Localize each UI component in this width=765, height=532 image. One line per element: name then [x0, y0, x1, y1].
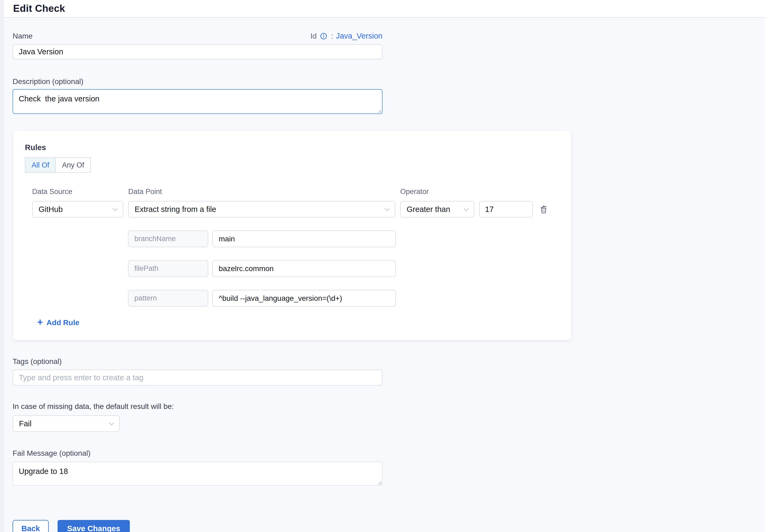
edit-check-page: Edit Check Name Id : Java_Version Descr: [0, 0, 765, 532]
form-actions: Back Save Changes: [13, 520, 765, 532]
save-changes-button[interactable]: Save Changes: [58, 520, 130, 532]
data-point-select[interactable]: Extract string from a file: [128, 201, 395, 218]
param-value-input[interactable]: [212, 260, 396, 277]
any-of-button[interactable]: Any Of: [55, 157, 91, 173]
id-value-link[interactable]: Java_Version: [336, 32, 382, 40]
chevron-down-icon: [113, 206, 118, 211]
page-title: Edit Check: [13, 3, 65, 14]
trash-icon: [539, 204, 548, 214]
param-key-input: [128, 290, 208, 307]
info-icon[interactable]: [319, 32, 328, 40]
rules-match-toggle: All Of Any Of: [25, 157, 559, 173]
param-row: [128, 260, 559, 277]
name-input[interactable]: [13, 44, 382, 59]
delete-rule-button[interactable]: [538, 201, 549, 218]
param-key-input: [128, 260, 208, 277]
rule-params: [128, 231, 559, 307]
default-result-select[interactable]: Fail: [13, 415, 120, 432]
name-label: Name: [13, 32, 33, 40]
description-textarea[interactable]: [13, 89, 382, 114]
param-value-input[interactable]: [212, 290, 396, 307]
rules-card: Rules All Of Any Of Data Source Data Poi…: [13, 131, 571, 340]
rules-title: Rules: [25, 143, 559, 152]
rule-labels-row: Data Source Data Point Operator: [32, 188, 559, 196]
page-header: Edit Check: [0, 0, 765, 18]
form-content: Name Id : Java_Version Description (opti…: [0, 32, 765, 532]
tags-input[interactable]: [13, 369, 382, 386]
chevron-down-icon: [384, 206, 389, 211]
id-label: Id: [311, 32, 317, 40]
operand-input[interactable]: [479, 201, 533, 218]
data-point-label: Data Point: [128, 188, 395, 196]
name-id-row: Name Id : Java_Version: [13, 32, 382, 40]
tags-label: Tags (optional): [13, 357, 765, 366]
back-button[interactable]: Back: [13, 520, 49, 532]
param-row: [128, 231, 559, 247]
id-colon: :: [331, 32, 333, 40]
fail-message-wrap: [13, 462, 382, 486]
operator-label: Operator: [400, 188, 474, 196]
param-key-input: [128, 231, 208, 247]
add-rule-button[interactable]: + Add Rule: [37, 318, 80, 327]
data-source-label: Data Source: [32, 188, 123, 196]
all-of-button[interactable]: All Of: [25, 157, 56, 173]
missing-data-label: In case of missing data, the default res…: [13, 402, 765, 411]
chevron-down-icon: [109, 420, 114, 425]
operator-select[interactable]: Greater than: [400, 201, 474, 218]
param-value-input[interactable]: [212, 231, 396, 247]
left-edge-strip: [0, 0, 4, 532]
fail-message-label: Fail Message (optional): [13, 449, 765, 458]
rule-row: Data Source Data Point Operator GitHub E…: [32, 188, 559, 327]
data-source-select[interactable]: GitHub: [32, 201, 123, 218]
fail-message-textarea[interactable]: [13, 462, 382, 486]
param-row: [128, 290, 559, 307]
description-label: Description (optional): [13, 77, 765, 86]
chevron-down-icon: [463, 206, 468, 211]
rule-controls-row: GitHub Extract string from a file Greate…: [32, 201, 559, 218]
check-id-group: Id : Java_Version: [311, 32, 382, 40]
description-wrap: [13, 89, 382, 114]
add-rule-label: Add Rule: [47, 318, 80, 327]
plus-icon: +: [37, 317, 43, 327]
